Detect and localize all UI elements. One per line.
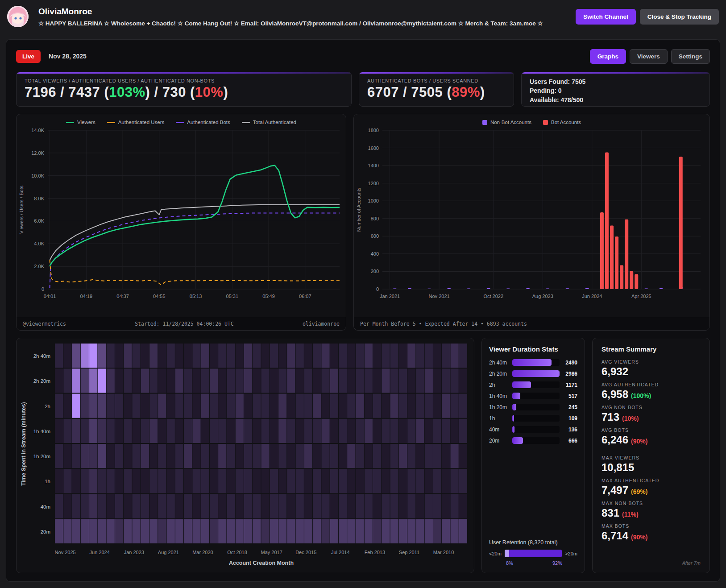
svg-text:Account Creation Month: Account Creation Month: [229, 560, 294, 566]
duration-value: 1171: [560, 382, 577, 388]
user-retention: User Retention (8,320 total) <20m >20m 8…: [489, 539, 577, 566]
chart-watermark: @viewermetrics: [23, 321, 66, 327]
tab-graphs[interactable]: Graphs: [590, 49, 626, 64]
stat-segment: 6707 / 7505 (: [367, 84, 452, 100]
summary-stat-label: AVG NON-BOTS: [602, 405, 701, 410]
summary-stat-label: MAX NON-BOTS: [602, 501, 701, 506]
svg-text:2h 40m: 2h 40m: [33, 353, 50, 359]
retention-bar: [505, 550, 562, 557]
tab-settings[interactable]: Settings: [671, 49, 710, 64]
duration-label: 2h 40m: [489, 360, 512, 366]
bots-stat-value: 6707 / 7505 (89%): [359, 83, 514, 100]
svg-text:Viewers / Users / Bots: Viewers / Users / Bots: [19, 186, 24, 234]
legend-label: Authenticated Users: [118, 120, 165, 125]
stat-segment: 103%: [109, 84, 145, 100]
duration-value: 136: [560, 427, 577, 433]
svg-text:1200: 1200: [368, 181, 379, 186]
legend-item-non-bot-accounts[interactable]: Non-Bot Accounts: [482, 120, 531, 125]
duration-row: 1h109: [489, 415, 577, 422]
summary-stat-label: AVG BOTS: [602, 427, 701, 433]
svg-text:2h 20m: 2h 20m: [33, 378, 50, 384]
legend-item-authenticated-bots[interactable]: Authenticated Bots: [176, 120, 230, 125]
avatar-art: [7, 6, 29, 27]
svg-text:600: 600: [371, 233, 379, 239]
stat-segment: 10%: [195, 84, 224, 100]
scan-status-line: Available: 478/500: [530, 95, 701, 104]
svg-text:1400: 1400: [368, 163, 379, 168]
duration-label: 1h: [489, 415, 512, 422]
stats-row: TOTAL VIEWERS / AUTHENTICATED USERS / AU…: [16, 72, 710, 107]
summary-stat-value: 6,246(90%): [602, 434, 701, 446]
duration-row: 2h1171: [489, 381, 577, 388]
legend-item-total-authenticated[interactable]: Total Authenticated: [242, 120, 296, 125]
retention-left-pct: 8%: [506, 560, 513, 566]
duration-bar-track: [512, 393, 560, 399]
retention-title: User Retention (8,320 total): [489, 539, 577, 546]
switch-channel-button[interactable]: Switch Channel: [576, 9, 636, 25]
duration-rows: 2h 40m24902h 20m29862h11711h 40m5171h 20…: [489, 359, 577, 448]
svg-text:04:37: 04:37: [116, 294, 129, 299]
legend-swatch: [543, 120, 548, 125]
legend-item-viewers[interactable]: Viewers: [66, 120, 95, 125]
svg-text:40m: 40m: [41, 504, 50, 509]
summary-stat-percent: (10%): [622, 415, 639, 422]
duration-bar-track: [512, 426, 560, 433]
viewer-line-chart[interactable]: 02.0K4.0K6.0K8.0K10.0K12.0K14.0K04:0104:…: [17, 126, 345, 302]
legend-item-authenticated-users[interactable]: Authenticated Users: [107, 120, 165, 125]
svg-text:05:13: 05:13: [190, 294, 202, 299]
svg-text:Jan 2021: Jan 2021: [380, 294, 400, 299]
duration-bar-fill: [512, 381, 531, 388]
summary-stat-avg-bots: AVG BOTS6,246(90%): [602, 427, 701, 446]
legend-label: Total Authenticated: [253, 120, 296, 125]
duration-panel-title: Viewer Duration Stats: [489, 345, 577, 353]
legend-swatch: [66, 122, 74, 123]
svg-text:10.0K: 10.0K: [31, 173, 44, 178]
svg-text:20m: 20m: [41, 529, 50, 534]
summary-stat-value: 10,815: [602, 461, 701, 474]
duration-label: 20m: [489, 438, 512, 444]
channel-title: OliviaMonroe: [38, 7, 543, 17]
dashboard-toolbar: Live Nov 28, 2025 GraphsViewersSettings: [16, 49, 710, 64]
close-stop-tracking-button[interactable]: Close & Stop Tracking: [640, 9, 719, 25]
svg-text:Oct 2022: Oct 2022: [483, 294, 503, 299]
svg-text:05:49: 05:49: [262, 294, 275, 299]
tab-viewers[interactable]: Viewers: [630, 49, 668, 64]
summary-stat-max-authenticated: MAX AUTHENTICATED7,497(69%): [602, 478, 701, 497]
viewer-duration-panel: Viewer Duration Stats 2h 40m24902h 20m29…: [481, 338, 585, 573]
stat-segment: ) / 730 (: [145, 84, 195, 100]
duration-label: 2h 20m: [489, 371, 512, 377]
duration-value: 666: [560, 438, 577, 444]
svg-text:May 2017: May 2017: [261, 550, 282, 555]
duration-bar-fill: [512, 393, 520, 399]
summary-stat-value: 6,958(100%): [602, 388, 701, 401]
summary-stat-value: 7,497(69%): [602, 484, 701, 497]
summary-footnote: After 7m: [602, 560, 701, 566]
duration-heatmap[interactable]: 2h 40m2h 20m2h1h 40m1h 20m1h40m20mNov 20…: [17, 338, 474, 572]
duration-bar-fill: [512, 404, 516, 410]
svg-text:0: 0: [376, 286, 379, 292]
svg-text:8.0K: 8.0K: [34, 196, 44, 201]
channel-avatar[interactable]: [7, 6, 29, 27]
summary-stat-value: 831(11%): [602, 507, 701, 519]
duration-bar-fill: [512, 415, 514, 422]
bottom-row: 2h 40m2h 20m2h1h 40m1h 20m1h40m20mNov 20…: [16, 338, 710, 573]
retention-over20-segment: [509, 550, 562, 557]
chart-start-time: Started: 11/28/2025 04:00:26 UTC: [135, 321, 234, 327]
duration-label: 2h: [489, 382, 512, 388]
bar-chart-legend: Non-Bot AccountsBot Accounts: [354, 114, 709, 126]
account-bar-chart-panel: Non-Bot AccountsBot Accounts 02004006008…: [353, 114, 710, 331]
legend-swatch: [176, 122, 184, 123]
legend-label: Authenticated Bots: [187, 120, 230, 125]
svg-text:4.0K: 4.0K: [34, 241, 44, 246]
legend-item-bot-accounts[interactable]: Bot Accounts: [543, 120, 581, 125]
svg-text:Dec 2015: Dec 2015: [295, 550, 316, 555]
account-bar-chart[interactable]: 020040060080010001200140016001800Jan 202…: [354, 126, 709, 302]
duration-bar-fill: [512, 370, 560, 377]
duration-value: 2986: [560, 371, 577, 377]
stat-card-viewers: TOTAL VIEWERS / AUTHENTICATED USERS / AU…: [16, 72, 352, 107]
retention-right-pct: 92%: [552, 560, 562, 566]
duration-bar-fill: [512, 437, 523, 444]
summary-stat-percent: (11%): [622, 511, 639, 518]
retention-left-label: <20m: [489, 551, 502, 556]
summary-stat-max-viewers: MAX VIEWERS10,815: [602, 455, 701, 474]
